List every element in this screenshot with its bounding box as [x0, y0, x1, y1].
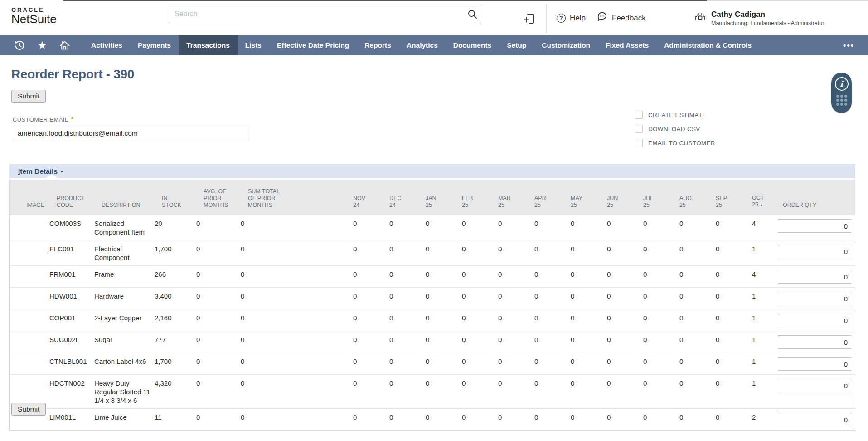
feedback-button[interactable]: Feedback [596, 1, 646, 35]
order-qty-input[interactable] [778, 335, 851, 349]
checkbox-row-download-csv: DOWNLOAD CSV [635, 125, 715, 133]
nav-item-documents[interactable]: Documents [446, 35, 499, 55]
order-qty-cell [776, 288, 855, 309]
search-input[interactable] [169, 5, 481, 23]
recent-records-icon[interactable] [14, 39, 25, 51]
cell: 3,400 [155, 288, 196, 309]
netsuite-logo[interactable]: ORACLE NetSuite [11, 6, 57, 26]
submit-button-bottom[interactable]: Submit [11, 403, 46, 416]
search-icon[interactable] [467, 9, 478, 20]
cell: 4 [752, 266, 776, 287]
order-qty-input[interactable] [778, 270, 851, 284]
cell: 0 [498, 331, 534, 353]
order-qty-input[interactable] [778, 357, 851, 371]
nav-item-analytics[interactable]: Analytics [399, 35, 446, 55]
cell: 0 [534, 309, 571, 331]
cell: 0 [426, 409, 462, 430]
required-asterisk: * [71, 116, 73, 123]
cell: 0 [534, 353, 571, 374]
cell: 0 [353, 409, 389, 430]
col-header-aug-25: AUG25 [679, 180, 716, 215]
cell [10, 266, 49, 287]
order-qty-cell [776, 375, 855, 408]
tab-item-details[interactable]: Item Details • [9, 164, 71, 178]
user-role: Manufacturing: Fundamentals - Administra… [711, 20, 824, 26]
cell: 1,700 [155, 240, 196, 265]
info-icon[interactable]: i [835, 77, 849, 91]
col-header-image: IMAGE [10, 180, 49, 215]
table-row-ctnlbl001: CTNLBL001Carton Label 4x61,7000000000000… [10, 353, 855, 374]
nav-icon-group: ★ [0, 35, 71, 55]
nav-item-activities[interactable]: Activities [83, 35, 130, 55]
cell: 0 [353, 215, 389, 240]
cell: 0 [607, 375, 643, 408]
page-title: Reorder Report - 390 [11, 67, 134, 82]
nav-item-fixed-assets[interactable]: Fixed Assets [598, 35, 656, 55]
col-header-oct-25[interactable]: OCT25▲ [752, 180, 776, 215]
shortcuts-star-icon[interactable]: ★ [36, 39, 48, 51]
order-qty-input[interactable] [778, 292, 851, 305]
cell: 0 [389, 309, 426, 331]
cell: 0 [196, 409, 241, 430]
keypad-dots-icon[interactable] [836, 95, 847, 106]
cell: 0 [716, 409, 752, 430]
cell: 0 [241, 309, 353, 331]
order-qty-input[interactable] [778, 245, 851, 258]
cell: Frame [94, 266, 155, 287]
nav-item-lists[interactable]: Lists [238, 35, 269, 55]
cell: 0 [607, 215, 643, 240]
nav-item-customization[interactable]: Customization [534, 35, 598, 55]
cell: 0 [353, 309, 389, 331]
cell: 0 [534, 288, 571, 309]
table-row-lim001l: LIM001LLime Juice1100000000000002 [10, 408, 855, 430]
cell: 0 [462, 375, 498, 408]
checkbox-email-to-customer[interactable] [635, 139, 643, 147]
help-button[interactable]: ? Help [557, 1, 586, 35]
order-qty-input[interactable] [778, 219, 851, 233]
cell: 0 [534, 331, 571, 353]
create-new-record-icon[interactable] [522, 12, 536, 25]
user-role-menu[interactable]: Cathy Cadigan Manufacturing: Fundamental… [694, 1, 824, 35]
table-row-frm001: FRM001Frame26600000000000004 [10, 265, 855, 287]
floating-help-widget[interactable]: i [831, 73, 852, 113]
order-qty-input[interactable] [778, 413, 851, 426]
checkbox-download-csv[interactable] [635, 125, 643, 133]
cell: 0 [571, 353, 607, 374]
cell: 0 [571, 309, 607, 331]
main-nav-bar: ★ ActivitiesPaymentsTransactionsListsEff… [0, 35, 868, 55]
user-roles-icon [694, 11, 706, 25]
nav-item-administration-controls[interactable]: Administration & Controls [656, 35, 759, 55]
cell: 0 [716, 353, 752, 374]
cell: 2,160 [155, 309, 196, 331]
submit-button-top[interactable]: Submit [11, 90, 46, 103]
cell: 0 [241, 353, 353, 374]
cell: 0 [679, 409, 716, 430]
cell: 0 [716, 331, 752, 353]
table-header-row: IMAGEPRODUCT CODEDESCRIPTIONIN STOCKAVG.… [10, 180, 855, 215]
nav-items: ActivitiesPaymentsTransactionsListsEffec… [83, 35, 759, 55]
home-icon[interactable] [59, 39, 71, 51]
cell: 0 [607, 309, 643, 331]
cell: 0 [643, 266, 679, 287]
cell: 0 [389, 288, 426, 309]
nav-item-effective-date-pricing[interactable]: Effective Date Pricing [269, 35, 357, 55]
customer-email-input[interactable] [13, 127, 250, 140]
nav-item-reports[interactable]: Reports [357, 35, 399, 55]
col-header-apr-25: APR25 [534, 180, 571, 215]
nav-item-setup[interactable]: Setup [499, 35, 534, 55]
order-qty-input[interactable] [778, 314, 851, 327]
nav-item-payments[interactable]: Payments [130, 35, 179, 55]
order-qty-input[interactable] [778, 379, 851, 392]
nav-item-transactions[interactable]: Transactions [179, 35, 238, 55]
customer-email-field: CUSTOMER EMAIL* [13, 115, 250, 140]
col-header-nov-24: NOV24 [353, 180, 389, 215]
cell: 0 [426, 331, 462, 353]
cell: 0 [241, 375, 353, 408]
cell: 0 [241, 409, 353, 430]
checkbox-label: EMAIL TO CUSTOMER [648, 140, 715, 147]
nav-more-menu[interactable]: ••• [829, 35, 868, 55]
checkbox-create-estimate[interactable] [635, 111, 643, 119]
sort-ascending-icon: ▲ [760, 203, 763, 207]
cell: 0 [389, 375, 426, 408]
cell: 0 [353, 375, 389, 408]
